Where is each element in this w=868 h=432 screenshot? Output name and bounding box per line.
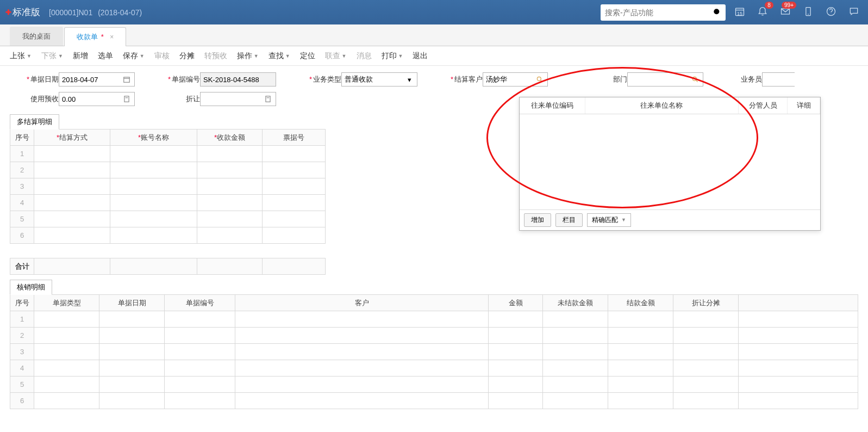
table-row[interactable]: 1: [10, 311, 858, 328]
select-button[interactable]: 选单: [98, 51, 113, 61]
logo-icon: ✚: [5, 8, 11, 16]
col-partner-name[interactable]: 往来单位名称: [585, 97, 739, 114]
table-row[interactable]: 1: [10, 146, 326, 162]
customer-input[interactable]: [483, 72, 548, 87]
table-row[interactable]: 2: [10, 328, 858, 344]
col-seq: 序号: [10, 129, 34, 146]
svg-line-15: [696, 81, 698, 82]
add-button[interactable]: 增加: [524, 213, 551, 227]
writeoff-grid: 序号 单据类型 单据日期 单据编号 客户 金额 未结款金额 结款金额 折让分摊 …: [10, 294, 858, 409]
calendar-day: 15: [734, 11, 745, 16]
dept-input[interactable]: [627, 72, 703, 87]
table-row[interactable]: 5: [10, 377, 858, 393]
table-row[interactable]: 5: [10, 211, 326, 227]
col-disc: 折让分摊: [673, 295, 739, 311]
settlement-grid: 序号 *结算方式 *账号名称 *收款金额 票据号 1 2 3 4 5 6: [10, 129, 326, 244]
new-button[interactable]: 新增: [73, 51, 88, 61]
tab-desktop-label: 我的桌面: [22, 32, 51, 40]
svg-point-14: [692, 77, 696, 81]
linked-button[interactable]: 联查▼: [325, 51, 347, 61]
prev-button[interactable]: 上张▼: [10, 51, 32, 61]
columns-button[interactable]: 栏目: [555, 213, 583, 227]
search-icon[interactable]: [709, 7, 726, 18]
customer-lookup-popup: 往来单位编码 往来单位名称 分管人员 详细 增加 栏目 精确匹配▼: [519, 97, 821, 231]
find-button[interactable]: 查找▼: [268, 51, 290, 61]
audit-button[interactable]: 审核: [154, 51, 170, 61]
chevron-down-icon[interactable]: ▾: [404, 75, 414, 84]
col-detail[interactable]: 详细: [788, 97, 820, 114]
chat-icon[interactable]: [848, 6, 859, 18]
col-acct: *账号名称: [110, 129, 197, 146]
table-row[interactable]: 6: [10, 393, 858, 409]
tab-receipt[interactable]: 收款单 * ×: [64, 27, 126, 46]
edition-label: 标准版: [13, 6, 40, 18]
message-button[interactable]: 消息: [357, 51, 372, 61]
table-row[interactable]: 2: [10, 162, 326, 178]
logon-date: (2018-04-07): [98, 8, 142, 17]
print-button[interactable]: 打印▼: [382, 51, 403, 61]
header-actions: 15 8 99+: [734, 6, 859, 18]
biz-type-select[interactable]: ▾: [341, 72, 417, 87]
writeoff-grid-section: 核销明细 序号 单据类型 单据日期 单据编号 客户 金额 未结款金额 结款金额 …: [10, 279, 858, 409]
table-row[interactable]: 4: [10, 195, 326, 211]
global-search[interactable]: [601, 4, 726, 21]
save-button[interactable]: 保存▼: [123, 51, 145, 61]
biz-type-label: 业务类型: [313, 75, 341, 83]
next-button[interactable]: 下张▼: [41, 51, 63, 61]
svg-rect-18: [266, 96, 270, 102]
svg-rect-10: [124, 77, 130, 82]
app-header: ✚ 标准版 [000001]N01 (2018-04-07) 15 8 99+: [0, 0, 868, 24]
match-mode-select[interactable]: 精确匹配▼: [587, 213, 631, 227]
tab-desktop[interactable]: 我的桌面: [10, 27, 63, 46]
svg-line-1: [719, 14, 721, 16]
customer-label: 结算客户: [454, 75, 483, 83]
table-row[interactable]: 4: [10, 360, 858, 377]
mobile-icon[interactable]: [803, 6, 814, 18]
svg-line-13: [541, 81, 542, 82]
calendar-icon[interactable]: 15: [734, 6, 745, 18]
col-customer: 客户: [235, 295, 489, 311]
lookup-icon[interactable]: [535, 75, 545, 84]
exit-button[interactable]: 退出: [413, 51, 428, 61]
tab-close-button[interactable]: ×: [110, 33, 114, 41]
use-prepay-label: 使用预收: [30, 95, 59, 103]
col-partner-code[interactable]: 往来单位编码: [520, 97, 585, 114]
table-row[interactable]: 6: [10, 227, 326, 244]
col-settled: 结款金额: [608, 295, 673, 311]
salesman-input[interactable]: [762, 72, 795, 87]
col-method: *结算方式: [34, 129, 110, 146]
col-blank: [739, 295, 858, 311]
lookup-footer: 增加 栏目 精确匹配▼: [520, 209, 820, 230]
discount-label: 折让: [186, 95, 200, 103]
allocate-button[interactable]: 分摊: [179, 51, 195, 61]
svg-point-0: [714, 9, 719, 14]
locate-button[interactable]: 定位: [300, 51, 315, 61]
operate-button[interactable]: 操作▼: [237, 51, 259, 61]
dept-label: 部门: [613, 75, 627, 83]
help-icon[interactable]: [826, 6, 836, 18]
bell-badge: 8: [765, 2, 773, 9]
table-row[interactable]: 3: [10, 178, 326, 195]
bell-icon[interactable]: 8: [757, 6, 768, 18]
table-row[interactable]: 3: [10, 344, 858, 360]
calendar-picker-icon[interactable]: [122, 75, 132, 84]
col-manager[interactable]: 分管人员: [739, 97, 788, 114]
tab-receipt-label: 收款单: [77, 33, 98, 41]
writeoff-tab[interactable]: 核销明细: [10, 280, 52, 295]
settlement-tab[interactable]: 多结算明细: [10, 114, 59, 129]
lookup-icon[interactable]: [690, 75, 700, 84]
col-amount: 金额: [489, 295, 543, 311]
to-prepay-button[interactable]: 转预收: [204, 51, 227, 61]
bill-date-input[interactable]: [59, 72, 135, 87]
mail-icon[interactable]: 99+: [780, 6, 791, 18]
search-input[interactable]: [601, 8, 709, 17]
calculator-icon[interactable]: [263, 94, 273, 104]
col-amount: *收款金额: [197, 129, 263, 146]
use-prepay-input[interactable]: [59, 92, 135, 106]
lookup-grid: 往来单位编码 往来单位名称 分管人员 详细: [520, 97, 820, 114]
discount-input[interactable]: [200, 92, 276, 106]
dirty-indicator: *: [101, 33, 104, 41]
calculator-icon[interactable]: [122, 94, 132, 104]
mail-badge: 99+: [782, 2, 796, 9]
bill-no-input[interactable]: [200, 72, 276, 87]
